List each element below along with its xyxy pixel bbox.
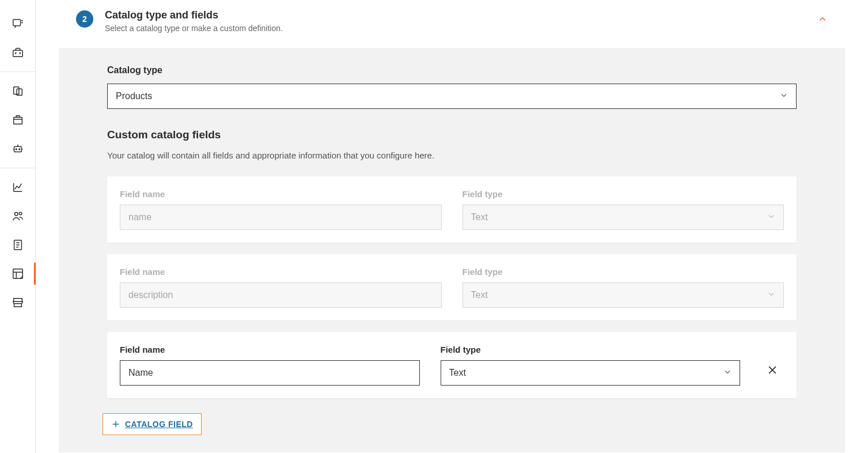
field-type-select xyxy=(463,205,784,230)
field-name-label: Field name xyxy=(120,189,442,199)
step-subtitle: Select a catalog type or make a custom d… xyxy=(105,24,283,33)
field-name-input xyxy=(120,282,442,308)
stack-icon[interactable] xyxy=(0,77,36,105)
content: 2 Catalog type and fields Select a catal… xyxy=(36,0,868,453)
field-row: Field name Field type xyxy=(107,176,797,243)
sidebar-divider xyxy=(0,71,36,72)
step-header: 2 Catalog type and fields Select a catal… xyxy=(59,0,845,48)
storefront-icon[interactable] xyxy=(0,288,36,317)
step-number-badge: 2 xyxy=(76,10,93,28)
collapse-toggle[interactable] xyxy=(817,14,828,26)
catalog-type-label: Catalog type xyxy=(107,65,797,76)
svg-rect-4 xyxy=(13,87,18,95)
svg-point-8 xyxy=(16,149,17,150)
custom-fields-description: Your catalog will contain all fields and… xyxy=(107,150,797,160)
catalog-type-select[interactable] xyxy=(107,84,797,109)
plus-icon xyxy=(111,420,120,429)
field-type-label: Field type xyxy=(463,267,784,277)
sidebar-divider xyxy=(0,168,36,168)
svg-rect-7 xyxy=(14,146,21,152)
catalog-type-select-wrap xyxy=(107,84,797,109)
field-name-input[interactable] xyxy=(120,360,420,386)
svg-rect-13 xyxy=(13,269,22,279)
users-icon[interactable] xyxy=(0,202,36,231)
field-name-label: Field name xyxy=(120,345,420,354)
svg-rect-3 xyxy=(13,50,22,56)
step-titles: Catalog type and fields Select a catalog… xyxy=(105,9,283,33)
svg-rect-6 xyxy=(13,117,22,124)
svg-point-1 xyxy=(21,20,22,21)
field-type-select xyxy=(463,282,784,308)
robot-icon[interactable] xyxy=(0,134,36,163)
field-row: Field name Field type xyxy=(107,332,797,398)
field-type-select[interactable] xyxy=(441,360,741,386)
package-icon[interactable] xyxy=(0,105,36,134)
custom-fields-heading: Custom catalog fields xyxy=(107,129,797,141)
svg-point-10 xyxy=(14,213,18,216)
document-icon[interactable] xyxy=(0,231,36,259)
remove-field-button[interactable] xyxy=(763,361,782,381)
chart-line-icon[interactable] xyxy=(0,173,36,202)
toolbox-code-icon[interactable] xyxy=(0,38,36,67)
field-name-label: Field name xyxy=(120,267,442,277)
add-button-label: CATALOG FIELD xyxy=(125,420,193,429)
close-icon xyxy=(767,364,778,376)
step-title: Catalog type and fields xyxy=(105,9,283,21)
main-scroll[interactable]: 2 Catalog type and fields Select a catal… xyxy=(36,0,868,453)
sidebar xyxy=(0,0,36,453)
field-name-input xyxy=(120,205,442,230)
field-type-label: Field type xyxy=(463,189,784,199)
step-panel: Catalog type Custom catalog fields Your … xyxy=(59,48,845,452)
svg-point-2 xyxy=(21,22,22,23)
svg-point-11 xyxy=(19,212,22,215)
chat-icon[interactable] xyxy=(0,9,36,38)
field-type-label: Field type xyxy=(441,345,741,354)
svg-point-9 xyxy=(18,149,20,150)
field-row: Field name Field type xyxy=(107,254,797,320)
layout-icon[interactable] xyxy=(0,259,36,288)
svg-rect-0 xyxy=(13,20,20,26)
add-catalog-field-button[interactable]: CATALOG FIELD xyxy=(103,413,202,435)
